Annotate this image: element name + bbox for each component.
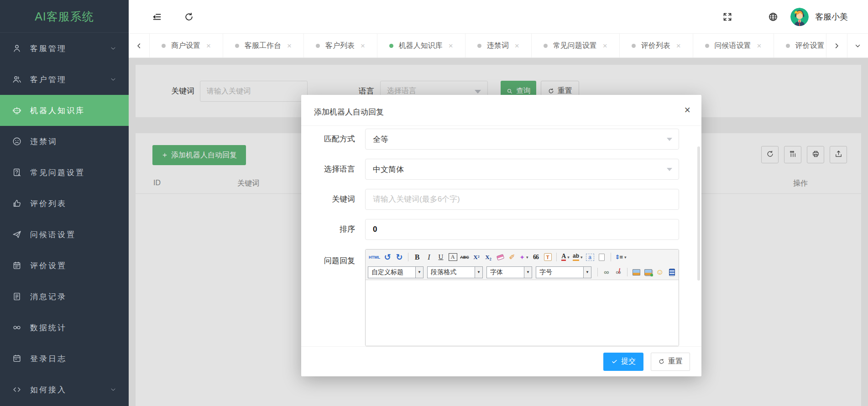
undo-icon[interactable]: ↺ (382, 251, 393, 263)
sidebar-item-forbidden-words[interactable]: 违禁词 (0, 126, 129, 157)
tab-close-icon[interactable]: × (515, 42, 519, 50)
sidebar-item-robot-knowledge-base[interactable]: 机器人知识库 (0, 95, 129, 126)
match-type-select[interactable]: 全等 (365, 129, 679, 150)
tabs-scroll-left-icon[interactable] (129, 34, 150, 57)
fullscreen-icon[interactable] (722, 11, 733, 22)
tab-label: 机器人知识库 (399, 41, 443, 51)
submit-button[interactable]: 提交 (603, 353, 643, 371)
media-icon[interactable] (666, 266, 677, 278)
modal-scrollbar[interactable] (697, 146, 700, 281)
editor-content-area[interactable] (366, 280, 679, 346)
eraser-icon[interactable] (495, 251, 506, 263)
tab-close-icon[interactable]: × (206, 42, 211, 50)
highlight-color-icon[interactable]: ab▾ (572, 251, 584, 263)
image-icon[interactable] (631, 266, 642, 278)
chevron-down-icon: ▾ (526, 255, 528, 260)
custom-title-select[interactable]: 自定义标题▼ (368, 266, 424, 278)
sidebar-item-customer-management[interactable]: 客户管理 (0, 64, 129, 95)
tab-status-dot (162, 44, 166, 48)
sidebar-item-review-settings[interactable]: 评价设置 (0, 250, 129, 281)
redo-icon[interactable]: ↻ (394, 251, 405, 263)
tab-close-icon[interactable]: × (757, 42, 762, 50)
images-icon[interactable] (643, 266, 654, 278)
sidebar-item-customer-service-management[interactable]: 客服管理 (0, 33, 129, 64)
subscript-icon[interactable]: X₂ (483, 251, 494, 263)
tab-客户列表[interactable]: 客户列表× (304, 34, 377, 57)
tab-close-icon[interactable]: × (603, 42, 607, 50)
tab-label: 商户设置 (171, 41, 200, 51)
tab-close-icon[interactable]: × (676, 42, 681, 50)
link-icon[interactable]: ∞ (601, 266, 612, 278)
editor-toolbar-row-2: 自定义标题▼段落格式▼字体▼字号▼∞∞☺ (368, 265, 676, 280)
tabs-menu-chevron-icon[interactable] (847, 34, 868, 57)
language-globe-icon[interactable] (768, 11, 779, 22)
italic-icon-glyph: I (428, 253, 430, 261)
tab-close-icon[interactable]: × (287, 42, 292, 50)
tab-close-icon[interactable]: × (361, 42, 365, 50)
form-row-sort: 排序 (301, 219, 701, 240)
link-icon-glyph: ∞ (604, 268, 609, 276)
font-family-select[interactable]: 字体▼ (486, 266, 532, 278)
sidebar-item-how-to-connect[interactable]: 如何接入 (0, 374, 129, 405)
font-box-icon[interactable]: A (447, 251, 458, 263)
paragraph-format-select[interactable]: 段落格式▼ (427, 266, 483, 278)
tab-客服工作台[interactable]: 客服工作台× (223, 34, 304, 57)
tab-label: 客服工作台 (245, 41, 281, 51)
underline-icon[interactable]: U (435, 251, 446, 263)
sidebar: AI客服系统 客服管理客户管理机器人知识库违禁词常见问题设置评价列表问候语设置评… (0, 0, 129, 406)
match-type-label: 匹配方式 (301, 129, 365, 150)
tab-问候语设置[interactable]: 问候语设置× (693, 34, 774, 57)
tab-机器人知识库[interactable]: 机器人知识库× (377, 34, 465, 57)
emoji-icon[interactable]: ☺ (654, 266, 665, 278)
line-height-icon[interactable]: ⇕≡▾ (614, 251, 627, 263)
keyword-input[interactable] (365, 189, 679, 210)
paper-plane-icon (12, 229, 22, 239)
strikethrough-icon[interactable]: ABC (459, 251, 470, 263)
source-html-icon[interactable]: HTML (368, 251, 381, 263)
username[interactable]: 客服小美 (815, 11, 848, 22)
tab-评价设置[interactable]: 评价设置× (774, 34, 826, 57)
auto-typeset-icon[interactable]: ✦▾ (518, 251, 529, 263)
close-icon[interactable]: × (685, 105, 690, 115)
font-color-icon[interactable]: A▾ (560, 251, 571, 263)
user-icon (12, 43, 22, 53)
tabs-scroll-right-icon[interactable] (826, 34, 847, 57)
paste-as-text-icon[interactable]: T (542, 251, 553, 263)
form-row-keyword: 关键词 (301, 189, 701, 210)
sort-label: 排序 (301, 219, 365, 240)
tab-商户设置[interactable]: 商户设置× (150, 34, 223, 57)
sidebar-item-review-list[interactable]: 评价列表 (0, 188, 129, 219)
sidebar-collapse-icon[interactable] (152, 11, 162, 22)
sidebar-item-data-statistics[interactable]: 数据统计 (0, 312, 129, 343)
tab-status-dot (477, 44, 481, 48)
tab-label: 客户列表 (325, 41, 355, 51)
bold-icon[interactable]: B (412, 251, 423, 263)
language-value: 中文简体 (373, 164, 404, 175)
sort-input[interactable] (365, 219, 679, 240)
language-select[interactable]: 中文简体 (365, 159, 679, 180)
undo-icon-glyph: ↺ (384, 252, 391, 262)
unlink-icon[interactable]: ∞ (613, 266, 624, 278)
blockquote-icon[interactable]: 66 (530, 251, 541, 263)
sidebar-item-faq-settings[interactable]: 常见问题设置 (0, 157, 129, 188)
tab-close-icon[interactable]: × (449, 42, 453, 50)
tab-评价列表[interactable]: 评价列表× (620, 34, 693, 57)
users-icon (12, 74, 22, 84)
tab-常见问题设置[interactable]: 常见问题设置× (532, 34, 620, 57)
sidebar-item-message-records[interactable]: 消息记录 (0, 281, 129, 312)
refresh-page-icon[interactable] (183, 11, 194, 22)
sidebar-item-label: 机器人知识库 (30, 105, 117, 116)
rich-text-editor: HTML↺↻BIUAABCX²X₂✐✦▾66TA▾ab▾a⇕≡▾ 自定义标题▼段… (365, 249, 679, 346)
sidebar-item-greeting-settings[interactable]: 问候语设置 (0, 219, 129, 250)
new-page-icon[interactable] (596, 251, 607, 263)
tab-违禁词[interactable]: 违禁词× (465, 34, 532, 57)
anchor-icon[interactable]: a (585, 251, 596, 263)
user-avatar[interactable] (790, 8, 809, 26)
superscript-icon[interactable]: X² (471, 251, 482, 263)
italic-icon[interactable]: I (424, 251, 434, 263)
language-label: 选择语言 (301, 159, 365, 180)
format-brush-icon[interactable]: ✐ (507, 251, 518, 263)
sidebar-item-login-logs[interactable]: 登录日志 (0, 343, 129, 374)
font-size-select[interactable]: 字号▼ (536, 266, 591, 278)
modal-reset-button[interactable]: 重置 (651, 353, 690, 371)
